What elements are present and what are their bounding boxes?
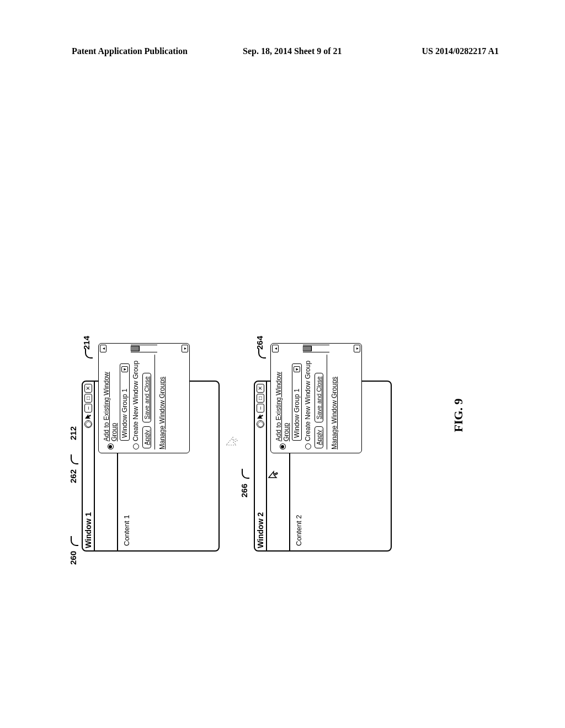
button-row-2: Apply Save and Close — [313, 355, 324, 449]
button-row-1: Apply Save and Close — [141, 355, 152, 449]
scroll-track[interactable] — [131, 345, 157, 352]
pointer-icon — [257, 414, 264, 419]
save-close-button[interactable]: Save and Close — [142, 373, 151, 422]
ref-214: 214 — [82, 336, 91, 350]
radio-selected-icon — [108, 443, 114, 449]
dropdown-panel-1: ▴ ▾ Add to Existing Window Group Window … — [98, 343, 190, 453]
figure-caption: FIG. 9 — [451, 398, 466, 432]
scroll-down-icon[interactable]: ▾ — [182, 345, 188, 352]
radio-add-existing-1[interactable]: Add to Existing Window Group — [103, 355, 118, 449]
hook-266 — [242, 469, 249, 479]
close-button[interactable]: ✕ — [84, 384, 92, 393]
window-2-controls: ◯ – □ ✕ — [257, 384, 264, 428]
scroll-thumb[interactable] — [131, 346, 140, 351]
figure-rotated: 260 262 212 214 266 264 80 Window 1 ◯ – … — [72, 221, 414, 563]
hook-214 — [85, 349, 93, 358]
scroll-up-icon[interactable]: ▴ — [100, 345, 106, 352]
add-existing-label: Add to Existing Window Group — [103, 355, 118, 441]
group-select-value: Window Group 1 — [121, 389, 129, 438]
close-button[interactable]: ✕ — [257, 384, 264, 393]
chevron-down-icon: ▾ — [121, 366, 128, 372]
window-1-title: Window 1 — [84, 512, 93, 548]
manage-groups-link[interactable]: Manage Window Groups — [158, 355, 166, 449]
separator — [327, 355, 327, 449]
dropdown-2-scrollbar[interactable]: ▴ ▾ — [272, 345, 360, 352]
cursor-icon — [268, 470, 279, 479]
ref-212: 212 — [68, 426, 78, 440]
minimize-button[interactable]: – — [84, 404, 92, 413]
create-new-label: Create New Window Group — [304, 361, 312, 441]
scroll-track[interactable] — [303, 345, 329, 352]
window-2-titlebar[interactable]: Window 2 ◯ – □ ✕ — [255, 382, 267, 550]
window-1-titlebar[interactable]: Window 1 ◯ – □ ✕ — [83, 382, 95, 550]
group-select-1[interactable]: Window Group 1 ▾ — [120, 363, 130, 441]
maximize-button[interactable]: □ — [257, 394, 264, 403]
chevron-down-icon: ▾ — [294, 366, 300, 372]
header-mid: Sep. 18, 2014 Sheet 9 of 21 — [243, 46, 342, 56]
header-right: US 2014/0282217 A1 — [422, 46, 499, 56]
window-1-controls: ◯ – □ ✕ — [84, 384, 92, 428]
hook-262 — [71, 454, 78, 464]
save-close-button[interactable]: Save and Close — [315, 373, 323, 422]
radio-unselected-icon — [305, 443, 311, 449]
scroll-up-icon[interactable]: ▴ — [272, 345, 279, 352]
scroll-down-icon[interactable]: ▾ — [354, 345, 360, 352]
manage-groups-link[interactable]: Manage Window Groups — [331, 355, 338, 449]
separator — [154, 355, 155, 449]
header-left: Patent Application Publication — [72, 46, 188, 56]
group-select-2[interactable]: Window Group 1 ▾ — [292, 363, 302, 441]
add-existing-label: Add to Existing Window Group — [275, 355, 290, 441]
apply-button[interactable]: Apply — [142, 426, 151, 448]
group-icon[interactable]: ◯ — [84, 420, 92, 428]
apply-button[interactable]: Apply — [315, 426, 323, 448]
hook-260 — [71, 536, 78, 546]
radio-unselected-icon — [133, 443, 139, 449]
dropdown-panel-2: ▴ ▾ Add to Existing Window Group Window … — [270, 343, 362, 453]
group-icon[interactable]: ◯ — [257, 420, 264, 428]
ref-260: 260 — [68, 551, 78, 565]
group-select-value: Window Group 1 — [293, 389, 301, 438]
radio-create-new-2[interactable]: Create New Window Group — [304, 355, 312, 449]
ref-266: 266 — [239, 484, 249, 497]
window-2-title: Window 2 — [256, 512, 265, 548]
dropdown-1-scrollbar[interactable]: ▴ ▾ — [100, 345, 188, 352]
hook-264 — [258, 349, 266, 358]
minimize-button[interactable]: – — [257, 404, 264, 413]
ghost-cursor-icon — [225, 435, 239, 447]
ref-264: 264 — [255, 336, 264, 350]
pointer-icon — [84, 414, 92, 419]
scroll-thumb[interactable] — [303, 346, 312, 351]
create-new-label: Create New Window Group — [132, 361, 140, 441]
radio-add-existing-2[interactable]: Add to Existing Window Group — [275, 355, 290, 449]
radio-create-new-1[interactable]: Create New Window Group — [132, 355, 140, 449]
maximize-button[interactable]: □ — [84, 394, 92, 403]
ref-262: 262 — [68, 469, 78, 483]
radio-selected-icon — [280, 443, 286, 449]
